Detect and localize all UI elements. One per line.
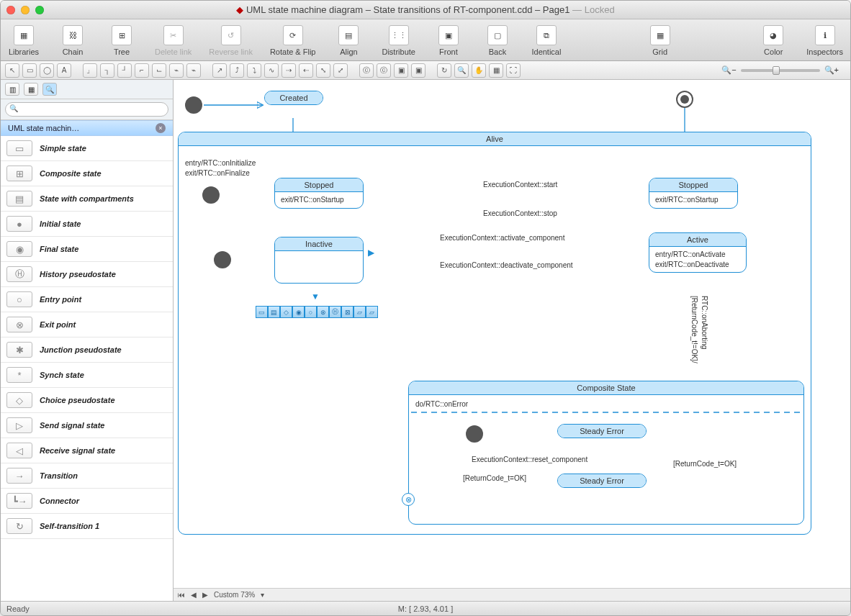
mini-final-icon[interactable]: ◉ [292,306,305,318]
ribbon-tool-button[interactable]: ⓒ [359,63,374,78]
ribbon-tool-button[interactable]: ▦ [489,63,503,78]
mini-rect-icon[interactable]: ▭ [256,306,268,318]
canvas[interactable]: Created Alive entry/RTC::onInitialize ex… [174,80,850,601]
ribbon-tool-button[interactable]: ⛶ [506,63,521,78]
palette-item[interactable]: ⊞Composite state [1,161,173,186]
ribbon-tool-button[interactable]: 」 [83,63,97,78]
ribbon-tool-button[interactable]: ↖ [5,63,19,78]
page-nav-next-icon[interactable]: ▶ [202,591,208,599]
zoom-out-icon[interactable]: 🔍− [721,65,736,75]
palette-item[interactable]: ○Entry point [1,287,173,312]
ribbon-tool-button[interactable]: ⤴ [230,63,244,78]
state-active[interactable]: Active entry/RTC::onActivateexit/RTC::on… [649,232,747,273]
ribbon-tool-button[interactable]: ┐ [100,63,114,78]
titlebar[interactable]: ◆ UML state machine diagram – State tran… [1,1,850,19]
align-button[interactable]: ▤Align [333,25,364,56]
inspectors-button[interactable]: ℹInspectors [806,25,843,56]
page-nav-prev-icon[interactable]: ◀ [191,591,197,599]
ribbon-tool-button[interactable]: ∿ [264,63,279,78]
mini-recv-icon[interactable]: ▱ [366,306,378,318]
library-tab-button[interactable]: ▥ [5,83,19,96]
mini-send-icon[interactable]: ▱ [354,306,366,318]
identical-button[interactable]: ⧉Identical [531,25,562,56]
ribbon-tool-button[interactable]: ⤡ [316,63,330,78]
selection-handle-icon[interactable]: ▶ [368,248,374,258]
ribbon-tool-button[interactable]: ▭ [22,63,37,78]
close-window-button[interactable] [6,6,15,14]
state-created[interactable]: Created [264,91,323,105]
palette-category-header[interactable]: UML state machin… × [1,120,173,136]
mini-hist-icon[interactable]: Ⓗ [329,306,341,318]
chain-button[interactable]: ⛓Chain [57,25,89,56]
ribbon-tool-button[interactable]: ⓒ [377,63,391,78]
initial-state-composite[interactable] [466,425,483,443]
ribbon-tool-button[interactable]: ↗ [212,63,227,78]
page-nav-first-icon[interactable]: ⏮ [178,591,185,599]
palette-item[interactable]: ▷Send signal state [1,413,173,438]
palette-item[interactable]: →Transition [1,463,173,489]
mini-exit-icon[interactable]: ⊗ [317,306,329,318]
ribbon-tool-button[interactable]: ⇢ [282,63,296,78]
minimize-window-button[interactable] [21,6,30,14]
distribute-button[interactable]: ⋮⋮Distribute [382,25,415,56]
final-state[interactable] [676,91,693,108]
ribbon-tool-button[interactable]: 🔍 [454,63,469,78]
initial-state-region2[interactable] [214,251,231,268]
palette-item[interactable]: ▭Simple state [1,136,173,161]
palette-item[interactable]: ⒽHistory pseudostate [1,262,173,287]
state-steady-error-1[interactable]: Steady Error [557,424,647,438]
ribbon-tool-button[interactable]: ⌁ [169,63,184,78]
mini-junction-icon[interactable]: ⊠ [341,306,354,318]
diagram-surface[interactable]: Created Alive entry/RTC::onInitialize ex… [174,80,850,601]
initial-state-top[interactable] [185,96,202,114]
selection-handle-icon[interactable]: ▼ [311,291,320,302]
ribbon-tool-button[interactable]: ┘ [117,63,132,78]
initial-state-alive[interactable] [202,186,220,204]
palette-item[interactable]: *Synch state [1,363,173,388]
palette-item[interactable]: ┗→Connector [1,489,173,514]
zoom-in-icon[interactable]: 🔍+ [824,65,839,75]
search-input[interactable] [5,102,168,117]
back-button[interactable]: ▢Back [482,25,513,56]
zoom-stepper-icon[interactable]: ▾ [261,591,264,599]
ribbon-tool-button[interactable]: ⤢ [333,63,348,78]
reverse-link-button[interactable]: ↺Reverse link [209,25,253,56]
ribbon-tool-button[interactable]: ✋ [472,63,486,78]
grid-tab-button[interactable]: ▦ [24,83,38,96]
palette-item[interactable]: ▤State with compartments [1,186,173,212]
palette-item[interactable]: ↻Self-transition 1 [1,514,173,539]
palette-item[interactable]: ✱Junction pseudostate [1,338,173,363]
search-tab-button[interactable]: 🔍 [42,83,57,96]
palette-item[interactable]: ◁Receive signal state [1,438,173,463]
front-button[interactable]: ▣Front [433,25,464,56]
ribbon-tool-button[interactable]: ⇠ [299,63,313,78]
state-stopped-1[interactable]: Stopped exit/RTC::onStartup [274,178,364,209]
exit-point[interactable]: ⊗ [402,493,415,506]
ribbon-tool-button[interactable]: A [57,63,71,78]
state-inactive[interactable]: Inactive [274,237,364,284]
state-stopped-2[interactable]: Stopped exit/RTC::onStartup [649,178,738,209]
ribbon-tool-button[interactable]: ▣ [394,63,408,78]
zoom-label[interactable]: Custom 73% [214,591,255,599]
zoom-slider[interactable]: 🔍−🔍+ [721,65,839,75]
palette-item[interactable]: ◉Final state [1,237,173,262]
state-steady-error-2[interactable]: Steady Error [557,474,647,488]
mini-compart-icon[interactable]: ▤ [268,306,280,318]
ribbon-tool-button[interactable]: ↻ [437,63,451,78]
palette-item[interactable]: ●Initial state [1,212,173,237]
tree-button[interactable]: ⊞Tree [106,25,138,56]
category-close-icon[interactable]: × [156,123,166,133]
ribbon-tool-button[interactable]: ⌐ [135,63,149,78]
ribbon-tool-button[interactable]: ◯ [40,63,54,78]
ribbon-tool-button[interactable]: ⌙ [152,63,166,78]
ribbon-tool-button[interactable]: ▣ [411,63,426,78]
palette-item[interactable]: ◇Choice pseudostate [1,388,173,413]
ribbon-tool-button[interactable]: ⌁ [186,63,201,78]
libraries-button[interactable]: ▦Libraries [8,25,40,56]
context-mini-toolbar[interactable]: ▭▤◇◉○⊗Ⓗ⊠▱▱ [256,306,378,318]
ribbon-tool-button[interactable]: ⤵ [247,63,261,78]
palette-item[interactable]: ⊗Exit point [1,312,173,338]
delete-link-button[interactable]: ✂Delete link [155,25,192,56]
mini-entry-icon[interactable]: ○ [305,306,317,318]
grid-button[interactable]: ▦Grid [644,25,676,56]
